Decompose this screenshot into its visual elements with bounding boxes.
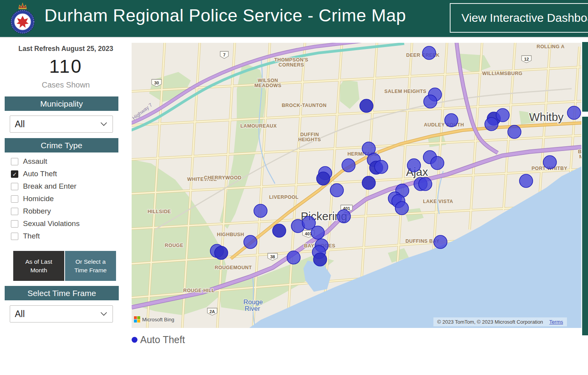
- checkbox-unchecked[interactable]: [11, 220, 18, 228]
- as-of-last-month-button[interactable]: As of Last Month: [13, 251, 64, 281]
- checkbox-unchecked[interactable]: [11, 195, 18, 203]
- map-area-label: BL: [578, 149, 581, 154]
- map-area-label: CORNERS: [278, 62, 304, 68]
- copyright-text: © 2023 TomTom, © 2023 Microsoft Corporat…: [437, 319, 543, 325]
- crime-point[interactable]: [311, 226, 324, 239]
- vertical-scrollbar-segment[interactable]: [582, 42, 588, 112]
- map-area-label: WILLIAMSBURG: [482, 71, 522, 76]
- map-area-label: MEADOWS: [254, 83, 281, 88]
- crime-map[interactable]: THOMPSON'SCORNERSWILSONMEADOWSWHITEVALEL…: [132, 43, 581, 328]
- map-attribution: © 2023 TomTom, © 2023 Microsoft Corporat…: [433, 317, 567, 326]
- map-area-label: AUDLEY SOUTH: [424, 122, 464, 128]
- last-refresh-text: Last Refresh August 25, 2023: [0, 45, 132, 53]
- checkbox-unchecked[interactable]: [11, 158, 18, 165]
- crime-point[interactable]: [317, 172, 330, 185]
- map-legend: Auto Theft: [132, 333, 194, 346]
- map-area-label: HILLSIDE: [148, 209, 171, 214]
- map-area-label: M: [579, 154, 581, 159]
- crime-type-option-robbery[interactable]: Robbery: [11, 205, 128, 217]
- crime-point[interactable]: [419, 177, 432, 191]
- cases-count: 110: [0, 56, 132, 77]
- crime-point[interactable]: [375, 160, 388, 173]
- checkbox-unchecked[interactable]: [11, 233, 18, 240]
- time-frame-selected-value: All: [15, 309, 25, 319]
- crime-point[interactable]: [360, 99, 373, 112]
- page-title: Durham Regional Police Service - Crime M…: [44, 5, 406, 26]
- crime-point[interactable]: [273, 224, 286, 237]
- app-header: Durham Regional Police Service - Crime M…: [0, 0, 588, 38]
- crime-type-option-break-and-enter[interactable]: Break and Enter: [11, 180, 128, 193]
- crime-point[interactable]: [244, 235, 257, 249]
- map-city-label-whitby: Whitby: [529, 111, 564, 123]
- crime-point[interactable]: [342, 159, 355, 172]
- crime-point[interactable]: [254, 204, 267, 217]
- crime-point[interactable]: [431, 156, 444, 170]
- crime-point[interactable]: [407, 159, 421, 172]
- time-frame-dropdown[interactable]: All: [10, 305, 113, 322]
- microsoft-bing-logo[interactable]: Microsoft Bing: [134, 316, 174, 322]
- municipality-header: Municipality: [5, 96, 118, 111]
- crime-point[interactable]: [330, 184, 343, 197]
- crime-type-label: Assault: [23, 157, 47, 166]
- crime-point[interactable]: [395, 202, 408, 215]
- crime-type-header: Crime Type: [5, 138, 118, 152]
- map-area-label: CHERRYWOOD: [204, 175, 242, 180]
- map-area-label: BROCK-TAUNTON: [282, 103, 326, 108]
- chevron-down-icon: [100, 312, 107, 316]
- crime-type-label: Robbery: [23, 207, 51, 216]
- checkbox-checked[interactable]: ✓: [11, 170, 18, 178]
- map-water-label: River: [245, 305, 260, 312]
- crime-point[interactable]: [337, 210, 350, 223]
- crime-type-list: Assault✓Auto TheftBreak and EnterHomicid…: [11, 155, 128, 242]
- legend-item-auto-theft[interactable]: Auto Theft: [132, 334, 185, 345]
- legend-label: Auto Theft: [140, 334, 185, 345]
- crime-type-label: Auto Theft: [23, 170, 57, 178]
- crime-type-option-theft[interactable]: Theft: [11, 230, 128, 242]
- crime-type-label: Homicide: [23, 195, 54, 203]
- crime-point[interactable]: [496, 109, 509, 122]
- map-area-label: HIGHBUSH: [217, 232, 244, 237]
- municipality-selected-value: All: [15, 119, 25, 130]
- municipality-dropdown[interactable]: All: [10, 116, 113, 133]
- terms-link[interactable]: Terms: [549, 319, 563, 325]
- svg-text:12: 12: [524, 57, 529, 61]
- bing-map-canvas: THOMPSON'SCORNERSWILSONMEADOWSWHITEVALEL…: [132, 43, 581, 328]
- crime-point[interactable]: [567, 106, 581, 119]
- map-area-label: THOMPSON'S: [274, 57, 308, 63]
- crime-point[interactable]: [287, 251, 300, 264]
- map-area-label: LIVERPOOL: [269, 195, 299, 200]
- svg-text:2A: 2A: [209, 309, 215, 314]
- checkbox-unchecked[interactable]: [11, 183, 18, 190]
- legend-dot-icon: [132, 337, 137, 343]
- crime-type-label: Sexual Violations: [23, 219, 79, 228]
- map-area-label: WILSON: [258, 78, 278, 83]
- bing-grid-icon: [134, 316, 140, 322]
- crime-point[interactable]: [519, 174, 533, 188]
- crime-point[interactable]: [434, 235, 447, 249]
- vertical-scrollbar-segment[interactable]: [582, 117, 588, 335]
- crime-type-option-auto-theft[interactable]: ✓Auto Theft: [11, 168, 128, 180]
- crime-point[interactable]: [362, 176, 375, 189]
- crime-point[interactable]: [215, 246, 228, 259]
- map-area-label: ROUGEMOUNT: [215, 265, 252, 270]
- crime-type-label: Break and Enter: [23, 182, 76, 191]
- svg-text:30: 30: [154, 81, 159, 85]
- bing-label: Microsoft Bing: [142, 317, 174, 322]
- checkbox-unchecked[interactable]: [11, 208, 18, 215]
- crime-point[interactable]: [445, 114, 458, 127]
- view-interactive-dashboard-button[interactable]: View Interactive Dashboard: [450, 3, 588, 33]
- crime-type-option-sexual-violations[interactable]: Sexual Violations: [11, 217, 128, 230]
- crime-point[interactable]: [424, 95, 437, 108]
- crime-type-option-homicide[interactable]: Homicide: [11, 193, 128, 205]
- crime-map-page: Durham Regional Police Service - Crime M…: [0, 0, 588, 375]
- chevron-down-icon: [100, 122, 107, 126]
- select-time-frame-button[interactable]: Or Select a Time Frame: [65, 251, 116, 281]
- crime-point[interactable]: [423, 46, 436, 60]
- crime-point[interactable]: [543, 156, 556, 169]
- map-area-label: ROUGE: [165, 243, 183, 248]
- map-area-label: ROUGE HILL: [183, 288, 215, 293]
- crime-point[interactable]: [313, 253, 327, 266]
- crime-point[interactable]: [508, 125, 521, 138]
- crime-type-option-assault[interactable]: Assault: [11, 155, 128, 168]
- crime-point[interactable]: [485, 117, 498, 131]
